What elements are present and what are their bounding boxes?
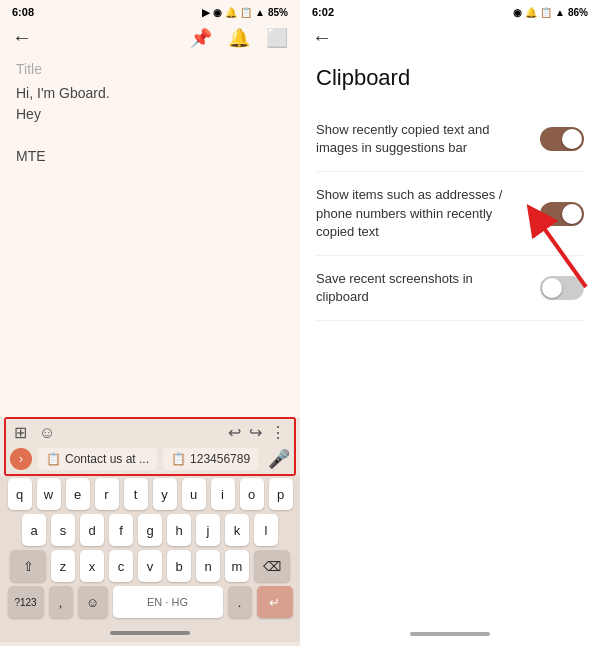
key-m[interactable]: m (225, 550, 249, 582)
status-bar-left: 6:08 ▶ ◉ 🔔 📋 ▲ 85% (0, 0, 300, 22)
keyboard-toolbar-left: ⊞ ☺ (14, 423, 55, 442)
suggestion-chip-contact[interactable]: 📋 Contact us at ... (38, 448, 157, 470)
key-a[interactable]: a (22, 514, 46, 546)
settings-item-1-text: Show recently copied text and images in … (316, 121, 540, 157)
number-chip-icon: 📋 (171, 452, 186, 466)
key-t[interactable]: t (124, 478, 148, 510)
toggle-thumb-3 (542, 278, 562, 298)
clipboard-title: Clipboard (316, 65, 584, 91)
key-s[interactable]: s (51, 514, 75, 546)
suggestions-wrapper: ⊞ ☺ ↩ ↪ ⋮ › 📋 Contact us at ... 📋 (4, 417, 296, 476)
toggle-3[interactable] (540, 276, 584, 300)
key-y[interactable]: y (153, 478, 177, 510)
keyboard-rows: q w e r t y u i o p a s d f g h j k (0, 476, 300, 624)
key-i[interactable]: i (211, 478, 235, 510)
keyboard-row-3: ⇧ z x c v b n m ⌫ (4, 550, 296, 582)
key-x[interactable]: x (80, 550, 104, 582)
grid-icon[interactable]: ⊞ (14, 423, 27, 442)
key-c[interactable]: c (109, 550, 133, 582)
settings-item-2-text: Show items such as addresses / phone num… (316, 186, 540, 241)
right-toolbar: ← (300, 22, 600, 57)
shift-key[interactable]: ⇧ (10, 550, 46, 582)
note-toolbar: ← 📌 🔔 ⬜ (0, 22, 300, 53)
key-w[interactable]: w (37, 478, 61, 510)
reminder-icon[interactable]: 🔔 (228, 27, 250, 49)
time-left: 6:08 (12, 6, 34, 18)
key-j[interactable]: j (196, 514, 220, 546)
status-icons-left: ▶ ◉ 🔔 📋 ▲ 85% (202, 7, 288, 18)
archive-icon[interactable]: ⬜ (266, 27, 288, 49)
keyboard-row-1: q w e r t y u i o p (4, 478, 296, 510)
toggle-2[interactable] (540, 202, 584, 226)
key-q[interactable]: q (8, 478, 32, 510)
note-title-label: Title (16, 61, 284, 77)
numbers-key[interactable]: ?123 (8, 586, 44, 618)
key-b[interactable]: b (167, 550, 191, 582)
clipboard-chip-icon: 📋 (46, 452, 61, 466)
toolbar-icons: 📌 🔔 ⬜ (190, 27, 288, 49)
home-bar-left (110, 631, 190, 635)
home-indicator-left (0, 624, 300, 642)
key-r[interactable]: r (95, 478, 119, 510)
left-panel: 6:08 ▶ ◉ 🔔 📋 ▲ 85% ← 📌 🔔 ⬜ Title Hi, I'm… (0, 0, 300, 646)
comma-key[interactable]: , (49, 586, 73, 618)
enter-key[interactable]: ↵ (257, 586, 293, 618)
more-icon[interactable]: ⋮ (270, 423, 286, 442)
right-content: Show recently copied text and images in … (300, 107, 600, 622)
emoji-icon[interactable]: ☺ (39, 424, 55, 442)
emoji-key[interactable]: ☺ (78, 586, 108, 618)
back-button-right[interactable]: ← (312, 26, 332, 48)
settings-item-1: Show recently copied text and images in … (316, 107, 584, 172)
key-p[interactable]: p (269, 478, 293, 510)
keyboard-toolbar: ⊞ ☺ ↩ ↪ ⋮ (6, 419, 294, 444)
keyboard-area: ⊞ ☺ ↩ ↪ ⋮ › 📋 Contact us at ... 📋 (0, 417, 300, 646)
keyboard-toolbar-right: ↩ ↪ ⋮ (228, 423, 286, 442)
toggle-thumb-1 (562, 129, 582, 149)
redo-icon[interactable]: ↪ (249, 423, 262, 442)
right-panel: 6:02 ◉ 🔔 📋 ▲ 86% ← Clipboard Show recent… (300, 0, 600, 646)
toggle-thumb-2 (562, 204, 582, 224)
key-l[interactable]: l (254, 514, 278, 546)
keyboard-row-2: a s d f g h j k l (4, 514, 296, 546)
delete-key[interactable]: ⌫ (254, 550, 290, 582)
time-right: 6:02 (312, 6, 334, 18)
key-e[interactable]: e (66, 478, 90, 510)
mic-button[interactable]: 🎤 (268, 448, 290, 470)
settings-item-3: Save recent screenshots in clipboard (316, 256, 584, 321)
home-indicator-right (300, 622, 600, 646)
home-bar-right (410, 632, 490, 636)
settings-item-2: Show items such as addresses / phone num… (316, 172, 584, 256)
undo-icon[interactable]: ↩ (228, 423, 241, 442)
settings-list: Show recently copied text and images in … (300, 107, 600, 321)
toggle-1[interactable] (540, 127, 584, 151)
key-f[interactable]: f (109, 514, 133, 546)
key-d[interactable]: d (80, 514, 104, 546)
suggestion-chip-number[interactable]: 📋 123456789 (163, 448, 258, 470)
suggestions-expand-button[interactable]: › (10, 448, 32, 470)
key-h[interactable]: h (167, 514, 191, 546)
keyboard-row-4: ?123 , ☺ EN · HG . ↵ (4, 586, 296, 618)
key-o[interactable]: o (240, 478, 264, 510)
suggestions-row: › 📋 Contact us at ... 📋 123456789 🎤 (6, 444, 294, 474)
key-u[interactable]: u (182, 478, 206, 510)
status-icons-right: ◉ 🔔 📋 ▲ 86% (513, 7, 588, 18)
back-button[interactable]: ← (12, 26, 32, 49)
key-z[interactable]: z (51, 550, 75, 582)
key-n[interactable]: n (196, 550, 220, 582)
key-v[interactable]: v (138, 550, 162, 582)
period-key[interactable]: . (228, 586, 252, 618)
pin-icon[interactable]: 📌 (190, 27, 212, 49)
note-body: Hi, I'm Gboard. Hey MTE (16, 83, 284, 167)
settings-item-3-text: Save recent screenshots in clipboard (316, 270, 540, 306)
status-bar-right: 6:02 ◉ 🔔 📋 ▲ 86% (300, 0, 600, 22)
key-k[interactable]: k (225, 514, 249, 546)
key-g[interactable]: g (138, 514, 162, 546)
note-content: Title Hi, I'm Gboard. Hey MTE (0, 53, 300, 417)
space-key[interactable]: EN · HG (113, 586, 223, 618)
